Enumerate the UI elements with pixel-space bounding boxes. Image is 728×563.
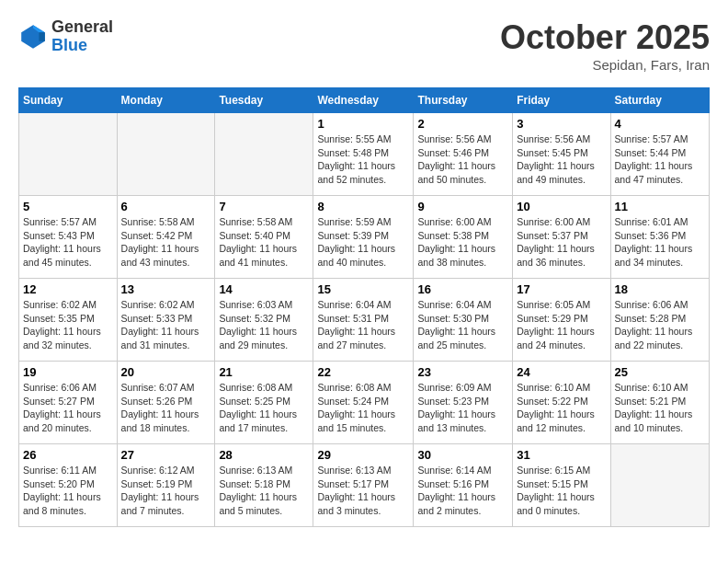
day-number: 17 [517, 282, 606, 296]
calendar-cell: 29Sunrise: 6:13 AM Sunset: 5:17 PM Dayli… [313, 444, 414, 527]
day-number: 27 [121, 448, 211, 462]
day-number: 21 [219, 365, 309, 379]
calendar-table: SundayMondayTuesdayWednesdayThursdayFrid… [18, 87, 710, 527]
weekday-header-sunday: Sunday [19, 88, 118, 113]
month-title: October 2025 [500, 18, 710, 57]
day-number: 6 [121, 200, 211, 213]
calendar-cell: 17Sunrise: 6:05 AM Sunset: 5:29 PM Dayli… [513, 279, 610, 362]
calendar-week-row: 26Sunrise: 6:11 AM Sunset: 5:20 PM Dayli… [19, 444, 710, 527]
calendar-cell: 15Sunrise: 6:04 AM Sunset: 5:31 PM Dayli… [313, 279, 414, 362]
day-number: 28 [219, 448, 309, 462]
weekday-header-friday: Friday [513, 88, 610, 113]
weekday-header-thursday: Thursday [414, 88, 513, 113]
logo-text: General Blue [51, 18, 113, 55]
calendar-cell: 3Sunrise: 5:56 AM Sunset: 5:45 PM Daylig… [513, 113, 610, 196]
calendar-cell: 30Sunrise: 6:14 AM Sunset: 5:16 PM Dayli… [414, 444, 513, 527]
day-number: 23 [417, 365, 508, 379]
calendar-cell: 6Sunrise: 5:58 AM Sunset: 5:42 PM Daylig… [117, 196, 215, 279]
day-info: Sunrise: 5:55 AM Sunset: 5:48 PM Dayligh… [317, 132, 409, 187]
page-header: General Blue October 2025 Sepidan, Fars,… [18, 18, 710, 73]
day-info: Sunrise: 6:08 AM Sunset: 5:24 PM Dayligh… [317, 381, 409, 435]
calendar-cell: 19Sunrise: 6:06 AM Sunset: 5:27 PM Dayli… [19, 362, 118, 444]
day-info: Sunrise: 6:10 AM Sunset: 5:22 PM Dayligh… [517, 381, 606, 435]
calendar-cell: 23Sunrise: 6:09 AM Sunset: 5:23 PM Dayli… [414, 362, 513, 444]
day-number: 25 [615, 365, 705, 379]
weekday-header-monday: Monday [117, 88, 215, 113]
day-info: Sunrise: 5:57 AM Sunset: 5:44 PM Dayligh… [615, 132, 705, 187]
weekday-header-tuesday: Tuesday [215, 88, 313, 113]
calendar-cell [19, 113, 118, 196]
logo-blue-text: Blue [51, 37, 113, 55]
day-info: Sunrise: 6:10 AM Sunset: 5:21 PM Dayligh… [615, 381, 705, 435]
day-number: 20 [121, 365, 211, 379]
day-info: Sunrise: 5:58 AM Sunset: 5:40 PM Dayligh… [219, 215, 309, 270]
day-info: Sunrise: 6:01 AM Sunset: 5:36 PM Dayligh… [615, 215, 705, 270]
day-number: 1 [317, 117, 409, 131]
day-info: Sunrise: 6:00 AM Sunset: 5:37 PM Dayligh… [517, 215, 606, 270]
day-number: 2 [417, 117, 508, 131]
day-info: Sunrise: 6:13 AM Sunset: 5:18 PM Dayligh… [219, 464, 309, 518]
location-subtitle: Sepidan, Fars, Iran [500, 57, 710, 73]
calendar-cell: 21Sunrise: 6:08 AM Sunset: 5:25 PM Dayli… [215, 362, 313, 444]
calendar-cell: 22Sunrise: 6:08 AM Sunset: 5:24 PM Dayli… [313, 362, 414, 444]
calendar-cell: 25Sunrise: 6:10 AM Sunset: 5:21 PM Dayli… [610, 362, 709, 444]
day-info: Sunrise: 6:02 AM Sunset: 5:33 PM Dayligh… [121, 298, 211, 352]
day-number: 13 [121, 282, 211, 296]
calendar-cell: 13Sunrise: 6:02 AM Sunset: 5:33 PM Dayli… [117, 279, 215, 362]
day-info: Sunrise: 6:04 AM Sunset: 5:31 PM Dayligh… [317, 298, 409, 352]
calendar-cell: 9Sunrise: 6:00 AM Sunset: 5:38 PM Daylig… [414, 196, 513, 279]
calendar-cell: 8Sunrise: 5:59 AM Sunset: 5:39 PM Daylig… [313, 196, 414, 279]
calendar-cell: 27Sunrise: 6:12 AM Sunset: 5:19 PM Dayli… [117, 444, 215, 527]
day-number: 15 [317, 282, 409, 296]
day-info: Sunrise: 6:06 AM Sunset: 5:28 PM Dayligh… [615, 298, 705, 352]
calendar-cell: 5Sunrise: 5:57 AM Sunset: 5:43 PM Daylig… [19, 196, 118, 279]
day-info: Sunrise: 5:58 AM Sunset: 5:42 PM Dayligh… [121, 215, 211, 270]
calendar-cell: 7Sunrise: 5:58 AM Sunset: 5:40 PM Daylig… [215, 196, 313, 279]
day-number: 31 [517, 448, 606, 462]
day-info: Sunrise: 5:59 AM Sunset: 5:39 PM Dayligh… [317, 215, 409, 270]
calendar-cell: 18Sunrise: 6:06 AM Sunset: 5:28 PM Dayli… [610, 279, 709, 362]
weekday-header-wednesday: Wednesday [313, 88, 414, 113]
day-info: Sunrise: 6:04 AM Sunset: 5:30 PM Dayligh… [417, 298, 508, 352]
day-number: 14 [219, 282, 309, 296]
day-info: Sunrise: 6:07 AM Sunset: 5:26 PM Dayligh… [121, 381, 211, 435]
calendar-cell: 28Sunrise: 6:13 AM Sunset: 5:18 PM Dayli… [215, 444, 313, 527]
day-number: 12 [23, 282, 113, 296]
day-info: Sunrise: 6:06 AM Sunset: 5:27 PM Dayligh… [23, 381, 113, 435]
calendar-cell: 12Sunrise: 6:02 AM Sunset: 5:35 PM Dayli… [19, 279, 118, 362]
day-info: Sunrise: 5:56 AM Sunset: 5:46 PM Dayligh… [417, 132, 508, 187]
weekday-header-saturday: Saturday [610, 88, 709, 113]
day-info: Sunrise: 6:00 AM Sunset: 5:38 PM Dayligh… [417, 215, 508, 270]
calendar-week-row: 19Sunrise: 6:06 AM Sunset: 5:27 PM Dayli… [19, 362, 710, 444]
day-number: 19 [23, 365, 113, 379]
day-number: 7 [219, 200, 309, 213]
calendar-week-row: 12Sunrise: 6:02 AM Sunset: 5:35 PM Dayli… [19, 279, 710, 362]
calendar-cell [610, 444, 709, 527]
day-number: 3 [517, 117, 606, 131]
day-info: Sunrise: 6:08 AM Sunset: 5:25 PM Dayligh… [219, 381, 309, 435]
calendar-cell: 31Sunrise: 6:15 AM Sunset: 5:15 PM Dayli… [513, 444, 610, 527]
day-number: 29 [317, 448, 409, 462]
day-number: 11 [615, 200, 705, 213]
day-number: 30 [417, 448, 508, 462]
logo-icon [18, 22, 48, 52]
calendar-cell: 14Sunrise: 6:03 AM Sunset: 5:32 PM Dayli… [215, 279, 313, 362]
day-number: 10 [517, 200, 606, 213]
day-number: 22 [317, 365, 409, 379]
calendar-week-row: 5Sunrise: 5:57 AM Sunset: 5:43 PM Daylig… [19, 196, 710, 279]
logo: General Blue [18, 18, 113, 55]
day-number: 16 [417, 282, 508, 296]
day-info: Sunrise: 6:03 AM Sunset: 5:32 PM Dayligh… [219, 298, 309, 352]
day-number: 24 [517, 365, 606, 379]
day-number: 26 [23, 448, 113, 462]
day-info: Sunrise: 6:14 AM Sunset: 5:16 PM Dayligh… [417, 464, 508, 518]
calendar-cell: 2Sunrise: 5:56 AM Sunset: 5:46 PM Daylig… [414, 113, 513, 196]
calendar-cell: 10Sunrise: 6:00 AM Sunset: 5:37 PM Dayli… [513, 196, 610, 279]
day-number: 18 [615, 282, 705, 296]
day-info: Sunrise: 6:13 AM Sunset: 5:17 PM Dayligh… [317, 464, 409, 518]
day-info: Sunrise: 6:02 AM Sunset: 5:35 PM Dayligh… [23, 298, 113, 352]
calendar-cell: 24Sunrise: 6:10 AM Sunset: 5:22 PM Dayli… [513, 362, 610, 444]
day-info: Sunrise: 6:05 AM Sunset: 5:29 PM Dayligh… [517, 298, 606, 352]
calendar-cell [215, 113, 313, 196]
logo-general-text: General [51, 18, 113, 37]
